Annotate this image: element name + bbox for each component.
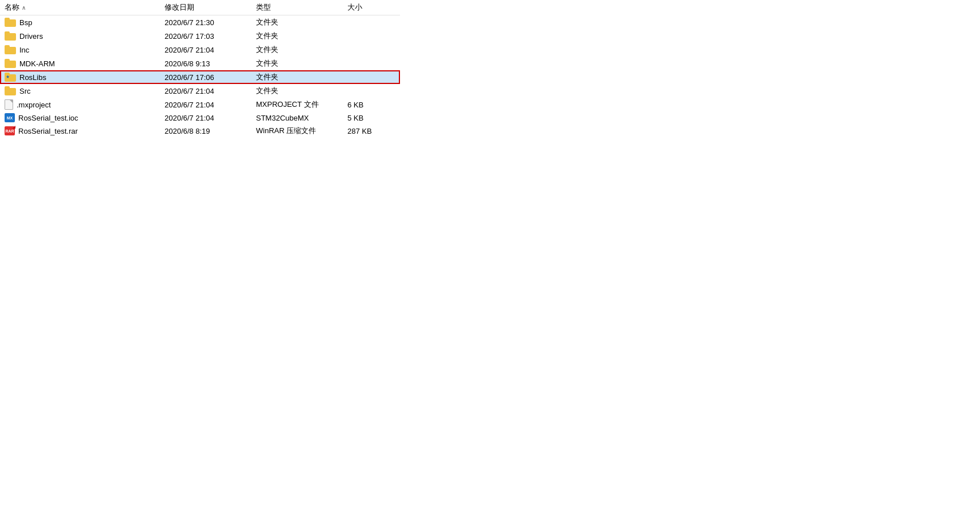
- folder-icon: [5, 59, 16, 68]
- file-type-cell: 文件夹: [256, 45, 347, 55]
- col-size-label: 大小: [347, 2, 362, 13]
- file-type-cell: 文件夹: [256, 72, 347, 82]
- file-type-cell: 文件夹: [256, 31, 347, 41]
- col-name-label: 名称: [5, 2, 19, 13]
- file-name-text: Inc: [19, 46, 29, 54]
- file-type-cell: 文件夹: [256, 17, 347, 27]
- folder-icon: [5, 86, 16, 95]
- file-size-cell: 5 KB: [347, 114, 393, 122]
- file-date-cell: 2020/6/7 17:06: [165, 73, 256, 82]
- file-name-text: Src: [19, 87, 31, 95]
- file-row-bsp[interactable]: Bsp 2020/6/7 21:30 文件夹: [0, 15, 400, 29]
- file-date-cell: 2020/6/7 21:04: [165, 46, 256, 54]
- doc-icon: [5, 99, 13, 110]
- file-row-rosserial-rar[interactable]: RAR RosSerial_test.rar 2020/6/8 8:19 Win…: [0, 124, 400, 138]
- file-type-cell: MXPROJECT 文件: [256, 99, 347, 110]
- file-row-roslibs[interactable]: ★ RosLibs 2020/6/7 17:06 文件夹: [0, 70, 400, 84]
- file-name-cell: Src: [5, 86, 165, 95]
- file-list: Bsp 2020/6/7 21:30 文件夹 Drivers 2020/6/7 …: [0, 15, 400, 138]
- folder-special-icon: ★: [5, 73, 16, 82]
- file-date-cell: 2020/6/8 9:13: [165, 59, 256, 68]
- file-row-mdk-arm[interactable]: MDK-ARM 2020/6/8 9:13 文件夹: [0, 57, 400, 70]
- file-date-cell: 2020/6/7 21:30: [165, 18, 256, 27]
- file-name-cell: ★ RosLibs: [5, 73, 165, 82]
- file-row-rosserial-ioc[interactable]: MX RosSerial_test.ioc 2020/6/7 21:04 STM…: [0, 111, 400, 124]
- file-name-text: Bsp: [19, 18, 32, 27]
- col-date[interactable]: 修改日期: [165, 2, 256, 13]
- file-row-src[interactable]: Src 2020/6/7 21:04 文件夹: [0, 84, 400, 98]
- file-name-cell: MDK-ARM: [5, 59, 165, 68]
- file-name-text: MDK-ARM: [19, 59, 55, 68]
- folder-icon: [5, 31, 16, 41]
- file-row-mxproject[interactable]: .mxproject 2020/6/7 21:04 MXPROJECT 文件 6…: [0, 98, 400, 111]
- col-name[interactable]: 名称 ∧: [5, 2, 165, 13]
- file-date-cell: 2020/6/7 21:04: [165, 114, 256, 122]
- file-row-inc[interactable]: Inc 2020/6/7 21:04 文件夹: [0, 43, 400, 57]
- file-name-cell: RAR RosSerial_test.rar: [5, 126, 165, 135]
- folder-icon: [5, 45, 16, 54]
- file-name-cell: MX RosSerial_test.ioc: [5, 113, 165, 122]
- file-name-text: Drivers: [19, 32, 43, 41]
- file-explorer: 名称 ∧ 修改日期 类型 大小 Bsp 2020/6/7 21:30: [0, 0, 980, 512]
- file-name-cell: Drivers: [5, 31, 165, 41]
- file-row-drivers[interactable]: Drivers 2020/6/7 17:03 文件夹: [0, 29, 400, 43]
- file-name-cell: Inc: [5, 45, 165, 54]
- file-size-cell: 6 KB: [347, 101, 393, 109]
- col-size[interactable]: 大小: [347, 2, 393, 13]
- stm-icon: MX: [5, 113, 15, 122]
- folder-icon: [5, 18, 16, 27]
- file-name-cell: Bsp: [5, 18, 165, 27]
- file-date-cell: 2020/6/7 21:04: [165, 101, 256, 109]
- file-size-cell: 287 KB: [347, 127, 393, 135]
- file-date-cell: 2020/6/7 17:03: [165, 32, 256, 41]
- file-name-text: RosSerial_test.rar: [18, 127, 78, 135]
- sort-arrow: ∧: [22, 5, 26, 11]
- column-headers: 名称 ∧ 修改日期 类型 大小: [0, 0, 400, 15]
- file-type-cell: WinRAR 压缩文件: [256, 126, 347, 136]
- file-table: 名称 ∧ 修改日期 类型 大小 Bsp 2020/6/7 21:30: [0, 0, 400, 138]
- col-date-label: 修改日期: [165, 2, 194, 13]
- rar-icon: RAR: [5, 126, 15, 135]
- file-name-text: .mxproject: [17, 101, 51, 109]
- col-type[interactable]: 类型: [256, 2, 347, 13]
- file-type-cell: 文件夹: [256, 58, 347, 69]
- col-type-label: 类型: [256, 2, 271, 13]
- file-name-cell: .mxproject: [5, 99, 165, 110]
- file-type-cell: STM32CubeMX: [256, 114, 347, 122]
- file-name-text: RosLibs: [19, 73, 46, 82]
- file-date-cell: 2020/6/7 21:04: [165, 87, 256, 95]
- file-type-cell: 文件夹: [256, 86, 347, 96]
- file-name-text: RosSerial_test.ioc: [18, 114, 78, 122]
- file-date-cell: 2020/6/8 8:19: [165, 127, 256, 135]
